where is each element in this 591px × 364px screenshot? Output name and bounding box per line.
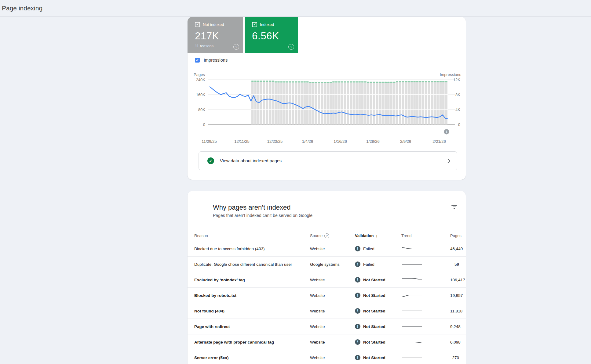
svg-text:1/4/26: 1/4/26	[302, 139, 313, 144]
svg-text:4K: 4K	[455, 107, 460, 112]
exclamation-icon: !	[355, 308, 360, 314]
pages-count-cell: 106,417	[450, 278, 465, 282]
indexed-summary-card[interactable]: ✓ Indexed 6.56K ?	[245, 17, 298, 53]
reason-row-8[interactable]: Server error (5xx)Website!Not Started270	[188, 350, 466, 364]
validation-status: Failed	[363, 247, 374, 251]
validation-status: Not Started	[363, 278, 385, 282]
svg-text:240K: 240K	[196, 77, 206, 82]
svg-text:80K: 80K	[198, 107, 205, 112]
not-indexed-checkbox[interactable]: ✓	[195, 22, 200, 27]
impressions-checkbox[interactable]: ✓	[195, 58, 200, 63]
source-cell: Website	[310, 278, 355, 282]
exclamation-icon: !	[355, 246, 360, 251]
pages-count-cell: 59	[450, 262, 459, 267]
reason-row-6[interactable]: Page with redirectWebsite!Not Started9,2…	[188, 319, 466, 334]
exclamation-icon: !	[355, 277, 360, 283]
filter-rows-button[interactable]	[451, 204, 458, 210]
validation-status: Not Started	[363, 293, 385, 298]
trend-sparkline	[401, 339, 450, 345]
chevron-right-icon	[446, 158, 451, 163]
svg-text:8K: 8K	[455, 92, 460, 97]
trend-sparkline	[401, 292, 450, 298]
reason-cell: Blocked by robots.txt	[194, 293, 310, 298]
reason-cell: Alternate page with proper canonical tag	[194, 340, 310, 344]
top-app-bar: Page indexing	[0, 0, 591, 17]
exclamation-icon: !	[355, 324, 360, 329]
view-data-label: View data about indexed pages	[220, 158, 446, 163]
check-circle-icon: ✓	[207, 157, 214, 164]
indexed-checkbox[interactable]: ✓	[252, 22, 257, 27]
validation-status: Failed	[363, 262, 374, 267]
source-cell: Website	[310, 340, 355, 344]
reason-row-1[interactable]: Blocked due to access forbidden (403)Web…	[188, 241, 466, 256]
source-cell: Google systems	[310, 262, 355, 267]
svg-text:11/29/25: 11/29/25	[202, 139, 217, 144]
source-cell: Website	[310, 355, 355, 360]
trend-sparkline	[401, 323, 450, 330]
reason-row-3[interactable]: Excluded by ‘noindex’ tagWebsite!Not Sta…	[188, 272, 466, 287]
pages-count-cell: 9,248	[450, 324, 461, 329]
impressions-toggle[interactable]: ✓ Impressions	[195, 58, 228, 63]
indexing-chart: PagesImpressions240K12K160K8K80K4K0011/2…	[188, 72, 466, 148]
column-header-pages[interactable]: Pages	[450, 233, 461, 238]
reason-row-2[interactable]: Duplicate, Google chose different canoni…	[188, 256, 466, 272]
exclamation-icon: !	[355, 339, 360, 345]
trend-sparkline	[401, 246, 450, 252]
indexing-overview-card: ✓ Not indexed 217K 11 reasons ? ✓ Indexe…	[188, 17, 466, 180]
validation-status: Not Started	[363, 340, 385, 344]
trend-sparkline	[401, 355, 450, 361]
impressions-label: Impressions	[204, 58, 228, 63]
validation-cell: !Not Started	[355, 339, 401, 345]
reason-row-7[interactable]: Alternate page with proper canonical tag…	[188, 334, 466, 350]
pages-count-cell: 46,449	[450, 247, 463, 251]
validation-cell: !Not Started	[355, 355, 401, 360]
svg-text:1/28/26: 1/28/26	[366, 139, 379, 144]
help-icon[interactable]: ?	[233, 44, 239, 50]
validation-cell: !Failed	[355, 261, 401, 267]
reason-row-4[interactable]: Blocked by robots.txtWebsite!Not Started…	[188, 287, 466, 303]
svg-text:Pages: Pages	[194, 72, 205, 77]
validation-status: Not Started	[363, 324, 385, 329]
table-header-row: Reason Source ? Validation ↓ Trend Pages	[188, 231, 466, 241]
exclamation-icon: !	[355, 261, 360, 267]
view-data-indexed-pages-button[interactable]: ✓ View data about indexed pages	[199, 151, 457, 170]
column-header-source[interactable]: Source ?	[310, 233, 355, 238]
svg-text:12/23/25: 12/23/25	[267, 139, 283, 144]
not-indexed-value: 217K	[188, 27, 243, 42]
column-header-trend[interactable]: Trend	[401, 233, 450, 238]
pages-count-cell: 6,098	[450, 340, 461, 344]
source-cell: Website	[310, 309, 355, 313]
svg-text:12/11/25: 12/11/25	[234, 139, 250, 144]
reason-cell: Not found (404)	[194, 309, 310, 313]
svg-text:1: 1	[446, 130, 447, 134]
reason-cell: Duplicate, Google chose different canoni…	[194, 262, 310, 267]
column-header-reason[interactable]: Reason	[194, 233, 310, 238]
why-pages-not-indexed-card: i Why pages aren’t indexed Pages that ar…	[188, 191, 466, 364]
validation-status: Not Started	[363, 309, 385, 313]
validation-cell: !Failed	[355, 246, 401, 251]
table-card-subtitle: Pages that aren’t indexed can’t be serve…	[213, 213, 312, 218]
reason-cell: Server error (5xx)	[194, 355, 310, 360]
exclamation-icon: !	[355, 293, 360, 298]
column-header-validation[interactable]: Validation ↓	[355, 233, 401, 238]
source-cell: Website	[310, 247, 355, 251]
reason-cell: Page with redirect	[194, 324, 310, 329]
validation-cell: !Not Started	[355, 277, 401, 283]
info-icon: i	[195, 202, 204, 211]
table-card-title: Why pages aren’t indexed	[213, 204, 290, 211]
sort-descending-icon: ↓	[375, 233, 378, 238]
source-cell: Website	[310, 324, 355, 329]
svg-text:2/21/26: 2/21/26	[432, 139, 446, 144]
indexed-value: 6.56K	[245, 27, 298, 42]
exclamation-icon: !	[355, 355, 360, 360]
svg-text:Impressions: Impressions	[440, 72, 461, 77]
help-icon[interactable]: ?	[288, 44, 294, 50]
not-indexed-summary-card[interactable]: ✓ Not indexed 217K 11 reasons ?	[188, 17, 243, 53]
pages-count-cell: 270	[450, 355, 459, 360]
reason-table-body: Blocked due to access forbidden (403)Web…	[188, 241, 466, 364]
indexed-label: Indexed	[260, 22, 274, 27]
help-icon[interactable]: ?	[324, 233, 329, 238]
reason-row-5[interactable]: Not found (404)Website!Not Started11,818	[188, 303, 466, 319]
pages-count-cell: 19,957	[450, 293, 463, 298]
reason-cell: Excluded by ‘noindex’ tag	[194, 278, 310, 282]
